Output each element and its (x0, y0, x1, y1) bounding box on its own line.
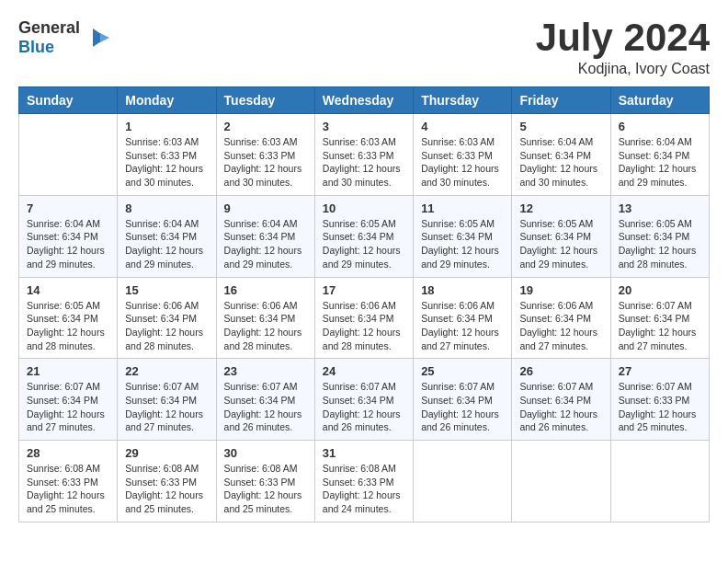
calendar-cell: 24Sunrise: 6:07 AMSunset: 6:34 PMDayligh… (314, 359, 413, 441)
day-number: 23 (224, 364, 307, 378)
calendar-cell: 15Sunrise: 6:06 AMSunset: 6:34 PMDayligh… (118, 277, 216, 359)
day-number: 8 (125, 201, 208, 215)
calendar-cell: 12Sunrise: 6:05 AMSunset: 6:34 PMDayligh… (512, 195, 610, 277)
day-info: Sunrise: 6:07 AMSunset: 6:34 PMDaylight:… (224, 380, 307, 434)
calendar-cell: 9Sunrise: 6:04 AMSunset: 6:34 PMDaylight… (216, 195, 314, 277)
day-info: Sunrise: 6:06 AMSunset: 6:34 PMDaylight:… (125, 299, 208, 353)
calendar-cell (512, 441, 610, 523)
day-info: Sunrise: 6:07 AMSunset: 6:34 PMDaylight:… (619, 299, 701, 353)
day-number: 12 (519, 201, 602, 215)
day-info: Sunrise: 6:08 AMSunset: 6:33 PMDaylight:… (323, 462, 405, 516)
calendar-cell: 1Sunrise: 6:03 AMSunset: 6:33 PMDaylight… (118, 114, 216, 196)
day-info: Sunrise: 6:03 AMSunset: 6:33 PMDaylight:… (224, 135, 307, 190)
location-title: Kodjina, Ivory Coast (536, 61, 710, 77)
day-number: 11 (421, 201, 504, 215)
weekday-header: Sunday (19, 87, 118, 114)
calendar-header-row: SundayMondayTuesdayWednesdayThursdayFrid… (19, 87, 710, 114)
day-info: Sunrise: 6:06 AMSunset: 6:34 PMDaylight:… (323, 299, 405, 353)
day-number: 7 (27, 201, 109, 215)
day-number: 5 (519, 120, 602, 133)
day-number: 13 (619, 201, 701, 215)
day-number: 18 (421, 283, 504, 297)
logo-text: General Blue (18, 18, 80, 57)
day-number: 31 (323, 446, 405, 460)
day-number: 3 (323, 120, 405, 133)
logo-icon (84, 24, 111, 52)
weekday-header: Tuesday (216, 87, 314, 114)
day-number: 16 (224, 283, 307, 297)
calendar-cell: 4Sunrise: 6:03 AMSunset: 6:33 PMDaylight… (414, 114, 512, 196)
day-info: Sunrise: 6:06 AMSunset: 6:34 PMDaylight:… (519, 299, 602, 353)
day-info: Sunrise: 6:03 AMSunset: 6:33 PMDaylight:… (125, 135, 208, 190)
calendar-week-row: 28Sunrise: 6:08 AMSunset: 6:33 PMDayligh… (19, 441, 710, 523)
day-info: Sunrise: 6:07 AMSunset: 6:34 PMDaylight:… (27, 380, 109, 434)
day-info: Sunrise: 6:07 AMSunset: 6:34 PMDaylight:… (421, 380, 504, 434)
day-info: Sunrise: 6:08 AMSunset: 6:33 PMDaylight:… (125, 462, 208, 516)
day-info: Sunrise: 6:05 AMSunset: 6:34 PMDaylight:… (519, 217, 602, 271)
calendar-week-row: 21Sunrise: 6:07 AMSunset: 6:34 PMDayligh… (19, 359, 710, 441)
calendar-cell: 18Sunrise: 6:06 AMSunset: 6:34 PMDayligh… (414, 277, 512, 359)
logo: General Blue (18, 18, 111, 57)
calendar-cell: 30Sunrise: 6:08 AMSunset: 6:33 PMDayligh… (216, 441, 314, 523)
calendar-cell: 17Sunrise: 6:06 AMSunset: 6:34 PMDayligh… (314, 277, 413, 359)
day-info: Sunrise: 6:07 AMSunset: 6:33 PMDaylight:… (619, 380, 701, 434)
month-title: July 2024 (536, 18, 710, 57)
day-info: Sunrise: 6:04 AMSunset: 6:34 PMDaylight:… (519, 135, 602, 190)
calendar-cell: 23Sunrise: 6:07 AMSunset: 6:34 PMDayligh… (216, 359, 314, 441)
day-number: 24 (323, 364, 405, 378)
calendar-cell: 16Sunrise: 6:06 AMSunset: 6:34 PMDayligh… (216, 277, 314, 359)
calendar-cell: 13Sunrise: 6:05 AMSunset: 6:34 PMDayligh… (610, 195, 709, 277)
logo-blue: Blue (18, 38, 54, 56)
weekday-header: Monday (118, 87, 216, 114)
day-number: 26 (519, 364, 602, 378)
logo-general: General (18, 18, 80, 37)
calendar-cell: 31Sunrise: 6:08 AMSunset: 6:33 PMDayligh… (314, 441, 413, 523)
day-info: Sunrise: 6:03 AMSunset: 6:33 PMDaylight:… (323, 135, 405, 190)
page-header: General Blue July 2024 Kodjina, Ivory Co… (18, 18, 710, 77)
day-info: Sunrise: 6:04 AMSunset: 6:34 PMDaylight:… (125, 217, 208, 271)
calendar-cell (610, 441, 709, 523)
day-number: 19 (519, 283, 602, 297)
day-number: 4 (421, 120, 504, 133)
calendar-week-row: 14Sunrise: 6:05 AMSunset: 6:34 PMDayligh… (19, 277, 710, 359)
calendar-cell: 3Sunrise: 6:03 AMSunset: 6:33 PMDaylight… (314, 114, 413, 196)
day-number: 22 (125, 364, 208, 378)
day-number: 28 (27, 446, 109, 460)
calendar-cell (414, 441, 512, 523)
calendar-cell: 7Sunrise: 6:04 AMSunset: 6:34 PMDaylight… (19, 195, 118, 277)
day-number: 30 (224, 446, 307, 460)
calendar-cell: 27Sunrise: 6:07 AMSunset: 6:33 PMDayligh… (610, 359, 709, 441)
day-info: Sunrise: 6:06 AMSunset: 6:34 PMDaylight:… (421, 299, 504, 353)
day-info: Sunrise: 6:08 AMSunset: 6:33 PMDaylight:… (27, 462, 109, 516)
calendar-cell: 20Sunrise: 6:07 AMSunset: 6:34 PMDayligh… (610, 277, 709, 359)
day-number: 6 (619, 120, 701, 133)
day-number: 14 (27, 283, 109, 297)
calendar-cell: 26Sunrise: 6:07 AMSunset: 6:34 PMDayligh… (512, 359, 610, 441)
calendar-cell (19, 114, 118, 196)
weekday-header: Saturday (610, 87, 709, 114)
day-info: Sunrise: 6:04 AMSunset: 6:34 PMDaylight:… (224, 217, 307, 271)
weekday-header: Friday (512, 87, 610, 114)
day-number: 10 (323, 201, 405, 215)
calendar-cell: 5Sunrise: 6:04 AMSunset: 6:34 PMDaylight… (512, 114, 610, 196)
day-number: 17 (323, 283, 405, 297)
calendar-table: SundayMondayTuesdayWednesdayThursdayFrid… (18, 86, 710, 523)
weekday-header: Thursday (414, 87, 512, 114)
day-info: Sunrise: 6:04 AMSunset: 6:34 PMDaylight:… (619, 135, 701, 190)
calendar-cell: 2Sunrise: 6:03 AMSunset: 6:33 PMDaylight… (216, 114, 314, 196)
calendar-cell: 22Sunrise: 6:07 AMSunset: 6:34 PMDayligh… (118, 359, 216, 441)
day-info: Sunrise: 6:07 AMSunset: 6:34 PMDaylight:… (125, 380, 208, 434)
svg-marker-1 (100, 33, 109, 42)
day-info: Sunrise: 6:07 AMSunset: 6:34 PMDaylight:… (519, 380, 602, 434)
calendar-cell: 19Sunrise: 6:06 AMSunset: 6:34 PMDayligh… (512, 277, 610, 359)
calendar-cell: 28Sunrise: 6:08 AMSunset: 6:33 PMDayligh… (19, 441, 118, 523)
calendar-cell: 11Sunrise: 6:05 AMSunset: 6:34 PMDayligh… (414, 195, 512, 277)
calendar-cell: 14Sunrise: 6:05 AMSunset: 6:34 PMDayligh… (19, 277, 118, 359)
calendar-cell: 6Sunrise: 6:04 AMSunset: 6:34 PMDaylight… (610, 114, 709, 196)
title-block: July 2024 Kodjina, Ivory Coast (536, 18, 710, 77)
day-info: Sunrise: 6:03 AMSunset: 6:33 PMDaylight:… (421, 135, 504, 190)
calendar-week-row: 7Sunrise: 6:04 AMSunset: 6:34 PMDaylight… (19, 195, 710, 277)
day-info: Sunrise: 6:07 AMSunset: 6:34 PMDaylight:… (323, 380, 405, 434)
calendar-cell: 21Sunrise: 6:07 AMSunset: 6:34 PMDayligh… (19, 359, 118, 441)
day-number: 1 (125, 120, 208, 133)
